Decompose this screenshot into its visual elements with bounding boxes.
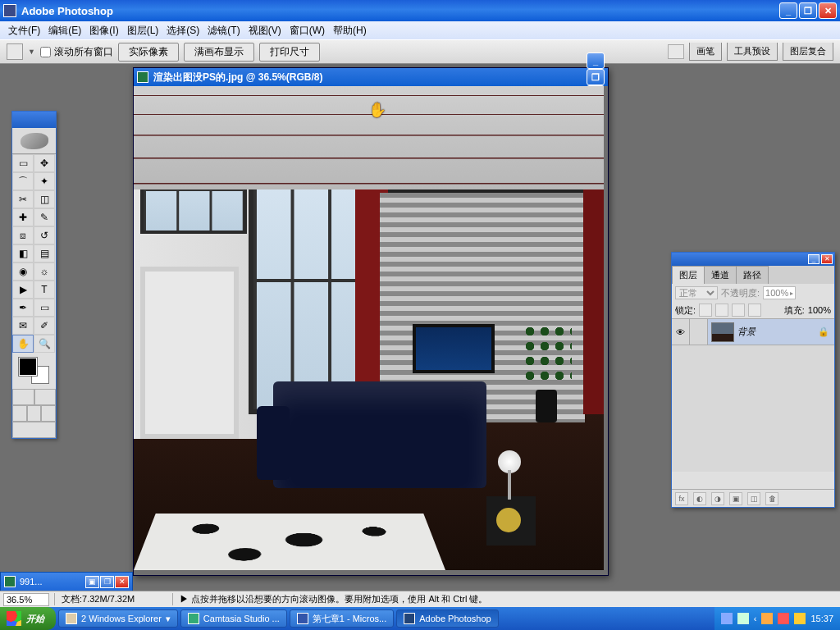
palette-well-icon[interactable] <box>668 44 684 59</box>
well-tab-brushes[interactable]: 画笔 <box>689 43 722 61</box>
print-size-button[interactable]: 打印尺寸 <box>259 43 320 62</box>
quickmask-mode-icon[interactable] <box>34 389 57 405</box>
tab-layers[interactable]: 图层 <box>672 266 705 284</box>
menu-filter[interactable]: 滤镜(T) <box>204 22 243 39</box>
close-button[interactable]: ✕ <box>819 2 837 19</box>
lock-image-icon[interactable] <box>715 304 728 317</box>
menu-view[interactable]: 视图(V) <box>245 22 285 39</box>
fit-screen-button[interactable]: 满画布显示 <box>184 43 254 62</box>
task-camtasia[interactable]: Camtasia Studio ... <box>180 609 287 628</box>
menu-window[interactable]: 窗口(W) <box>286 22 328 39</box>
history-brush-tool-icon[interactable]: ↺ <box>34 226 55 244</box>
actual-pixels-button[interactable]: 实际像素 <box>118 43 179 62</box>
visibility-eye-icon[interactable]: 👁 <box>672 319 690 345</box>
system-tray[interactable]: ‹ 15:37 <box>714 607 840 630</box>
link-column[interactable] <box>690 319 708 345</box>
tab-paths[interactable]: 路径 <box>736 266 769 284</box>
eyedropper-tool-icon[interactable]: ✐ <box>34 317 55 335</box>
tray-icon[interactable] <box>761 613 773 624</box>
canvas-area[interactable]: ✋ <box>134 86 608 575</box>
toolbox-titlebar[interactable] <box>12 112 56 128</box>
maximize-button[interactable]: ❐ <box>799 2 817 19</box>
full-menubar-screen-icon[interactable] <box>27 405 42 422</box>
pen-tool-icon[interactable]: ✒ <box>12 299 34 317</box>
mask-icon[interactable]: ◐ <box>693 492 706 505</box>
new-layer-icon[interactable]: ◫ <box>747 492 760 505</box>
lock-trans-icon[interactable] <box>699 304 712 317</box>
marquee-tool-icon[interactable]: ▭ <box>12 154 34 172</box>
opacity-field[interactable]: 100% <box>763 286 796 299</box>
lasso-tool-icon[interactable]: ⌒ <box>12 172 34 190</box>
tab-channels[interactable]: 通道 <box>704 266 737 284</box>
mini-maximize-button[interactable]: ❐ <box>100 576 114 588</box>
panel-minimize-button[interactable]: _ <box>808 254 819 264</box>
fx-icon[interactable]: fx <box>675 492 688 505</box>
path-select-tool-icon[interactable]: ▶ <box>12 281 34 299</box>
stamp-tool-icon[interactable]: ⧇ <box>12 226 34 244</box>
folder-icon[interactable]: ▣ <box>729 492 742 505</box>
brush-tool-icon[interactable]: ✎ <box>34 208 55 226</box>
well-tab-tool-presets[interactable]: 工具预设 <box>727 43 778 61</box>
fill-adj-icon[interactable]: ◑ <box>711 492 724 505</box>
gradient-tool-icon[interactable]: ▤ <box>34 244 55 262</box>
start-button[interactable]: 开始 <box>0 607 56 630</box>
menu-help[interactable]: 帮助(H) <box>330 22 370 39</box>
lock-all-icon[interactable] <box>748 304 761 317</box>
mini-close-button[interactable]: ✕ <box>115 576 129 588</box>
layer-thumbnail[interactable] <box>711 322 734 342</box>
doc-info[interactable]: 文档:7.32M/7.32M <box>54 593 135 605</box>
blend-mode-select[interactable]: 正常 <box>675 286 718 299</box>
menu-layer[interactable]: 图层(L) <box>124 22 162 39</box>
jump-to-imageready-icon[interactable] <box>12 422 56 438</box>
fill-field[interactable]: 100% <box>808 305 831 315</box>
layers-titlebar[interactable]: _ ✕ <box>672 253 834 266</box>
heal-tool-icon[interactable]: ✚ <box>12 208 34 226</box>
zoom-field[interactable]: 36.5% <box>3 593 49 606</box>
full-screen-icon[interactable] <box>41 405 56 422</box>
blur-tool-icon[interactable]: ◉ <box>12 262 34 281</box>
move-tool-icon[interactable]: ✥ <box>34 154 55 172</box>
layer-name[interactable]: 背景 <box>737 326 818 338</box>
hand-tool-icon[interactable]: ✋ <box>12 335 34 353</box>
menu-image[interactable]: 图像(I) <box>86 22 121 39</box>
wand-tool-icon[interactable]: ✦ <box>34 172 55 190</box>
dodge-tool-icon[interactable]: ☼ <box>34 262 55 281</box>
document-titlebar[interactable]: 渲染出图没PS的.jpg @ 36.5%(RGB/8) _ ❐ ✕ <box>134 68 608 86</box>
menu-edit[interactable]: 编辑(E) <box>45 22 84 39</box>
minimized-document[interactable]: 991... ▣ ❐ ✕ <box>0 572 133 591</box>
scroll-all-checkbox[interactable] <box>40 47 51 57</box>
slice-tool-icon[interactable]: ◫ <box>34 190 55 208</box>
well-tab-layer-comps[interactable]: 图层复合 <box>783 43 833 61</box>
trash-icon[interactable]: 🗑 <box>765 492 778 505</box>
scroll-all-windows-checkbox[interactable]: 滚动所有窗口 <box>40 45 113 59</box>
standard-mode-icon[interactable] <box>12 389 34 405</box>
tool-preset-dropdown-icon[interactable]: ▼ <box>28 48 35 56</box>
notes-tool-icon[interactable]: ✉ <box>12 317 34 335</box>
tray-icon[interactable] <box>737 613 749 624</box>
minimize-button[interactable]: _ <box>779 2 797 19</box>
shape-tool-icon[interactable]: ▭ <box>34 299 55 317</box>
tray-chevron-icon[interactable]: ‹ <box>754 614 757 623</box>
menu-select[interactable]: 选择(S) <box>163 22 203 39</box>
doc-minimize-button[interactable]: _ <box>587 52 605 69</box>
layer-row[interactable]: 👁 背景 🔒 <box>672 319 834 345</box>
tray-icon[interactable] <box>794 613 806 624</box>
hand-tool-icon[interactable] <box>7 43 23 60</box>
eraser-tool-icon[interactable]: ◧ <box>12 244 34 262</box>
color-swatch[interactable] <box>17 356 51 386</box>
lock-pos-icon[interactable] <box>732 304 745 317</box>
foreground-color-icon[interactable] <box>19 358 37 376</box>
mini-restore-button[interactable]: ▣ <box>85 576 99 588</box>
doc-maximize-button[interactable]: ❐ <box>587 69 605 85</box>
zoom-tool-icon[interactable]: 🔍 <box>34 335 55 353</box>
crop-tool-icon[interactable]: ✂ <box>12 190 34 208</box>
task-word[interactable]: 第七章1 - Micros... <box>290 609 394 628</box>
tray-icon[interactable] <box>778 613 789 624</box>
type-tool-icon[interactable]: T <box>34 281 55 299</box>
menu-file[interactable]: 文件(F) <box>5 22 43 39</box>
tray-icon[interactable] <box>721 613 733 624</box>
task-explorer[interactable]: 2 Windows Explorer ▾ <box>58 609 178 628</box>
standard-screen-icon[interactable] <box>12 405 27 422</box>
panel-close-button[interactable]: ✕ <box>821 254 833 264</box>
clock[interactable]: 15:37 <box>810 614 833 623</box>
